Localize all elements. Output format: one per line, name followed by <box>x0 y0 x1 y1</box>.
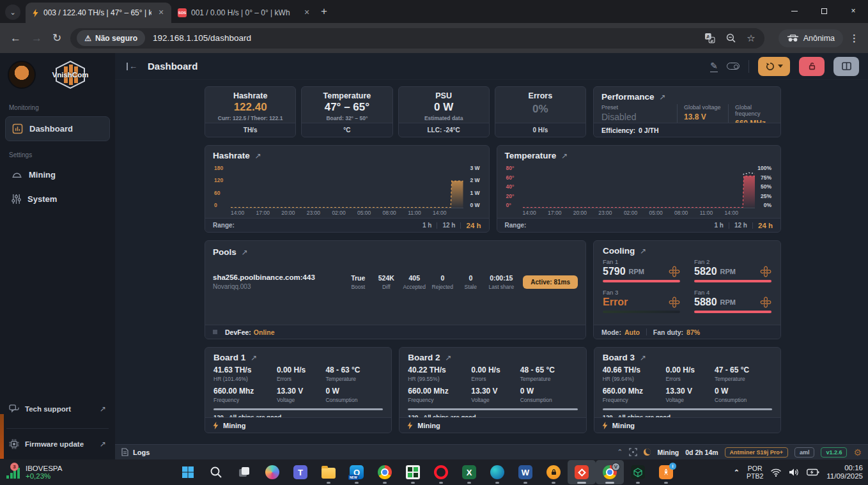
outlook-app[interactable]: ONEW <box>343 460 371 484</box>
language-indicator[interactable]: POR PTB2 <box>747 465 763 480</box>
fan-value: 5790 <box>603 266 626 277</box>
sidebar-item-system[interactable]: System <box>5 187 110 211</box>
url-text[interactable]: 192.168.1.105/dashboard <box>153 33 704 43</box>
tab-search-button[interactable]: ⌄ <box>5 4 20 20</box>
edit-icon[interactable]: ✎ <box>710 61 718 72</box>
bookmark-star-icon[interactable]: ☆ <box>747 33 755 44</box>
teams-app[interactable]: T <box>286 460 314 484</box>
reload-button[interactable]: ↻ <box>52 31 61 45</box>
board-stat-label: Errors <box>277 376 325 382</box>
logs-label[interactable]: Logs <box>133 449 150 456</box>
word-app[interactable]: W <box>511 460 539 484</box>
tab-close-icon[interactable]: × <box>302 8 312 18</box>
volume-icon[interactable] <box>789 468 800 477</box>
pool-accepted-value: 405 <box>400 274 428 282</box>
file-explorer-app[interactable] <box>314 460 343 484</box>
chart-title: Hashrate <box>213 151 250 160</box>
chrome-profile-window[interactable]: V <box>596 460 624 484</box>
tab-miner-003[interactable]: 003 / 122.40 TH/s | 47° – 65° | k × <box>26 3 171 23</box>
tray-chevron-up-icon[interactable]: ⌃ <box>734 468 740 477</box>
clock[interactable]: 00:16 11/09/2025 <box>826 464 863 481</box>
fan-1: Fan 1 5790 RPM <box>603 258 680 282</box>
board-stat-label: HR (99.64%) <box>603 376 666 382</box>
search-button[interactable] <box>202 460 230 484</box>
tick: 20:00 <box>281 210 295 216</box>
pool-rejected-label: Rejected <box>428 284 456 290</box>
fan-label: Fan 3 <box>603 289 680 296</box>
range-option-12h[interactable]: 12 h <box>442 222 455 229</box>
fan-value: 5820 <box>694 266 717 277</box>
new-tab-button[interactable]: + <box>321 5 327 18</box>
temperature-x-axis: 14:00 17:00 20:00 23:00 02:00 05:00 08:0… <box>523 210 739 216</box>
external-link-icon[interactable]: ↗ <box>561 151 568 160</box>
security-app[interactable] <box>539 460 568 484</box>
wifi-icon[interactable] <box>770 468 782 477</box>
external-link-icon[interactable]: ↗ <box>640 247 646 256</box>
maximize-button[interactable] <box>809 0 839 22</box>
range-option-1h[interactable]: 1 h <box>422 222 431 229</box>
battery-charging-icon[interactable] <box>807 468 819 476</box>
toggle-icon[interactable] <box>727 63 740 70</box>
external-link-icon[interactable]: ↗ <box>255 151 261 160</box>
lightning-icon <box>32 9 39 17</box>
translate-icon[interactable]: A <box>704 33 715 43</box>
sidebar-item-dashboard[interactable]: Dashboard <box>5 116 110 141</box>
deploy-app[interactable] <box>568 460 596 484</box>
chips-progress-bar <box>603 408 772 410</box>
external-link-icon[interactable]: ↗ <box>660 93 666 102</box>
zoom-indicator-icon[interactable] <box>725 33 736 43</box>
tick: 17:00 <box>256 210 270 216</box>
external-link-icon[interactable]: ↗ <box>640 353 646 362</box>
incognito-badge[interactable]: Anônima <box>779 29 843 47</box>
external-link-icon[interactable]: ↗ <box>251 353 257 362</box>
chrome-app[interactable] <box>371 460 399 484</box>
external-link-icon[interactable]: ↗ <box>446 353 452 362</box>
launcher-app[interactable]: i <box>652 460 680 484</box>
opera-app[interactable] <box>427 460 455 484</box>
collapse-sidebar-icon[interactable]: ← <box>127 63 137 70</box>
range-option-1h[interactable]: 1 h <box>715 222 724 229</box>
tick: 08:00 <box>674 210 688 216</box>
range-option-12h[interactable]: 12 h <box>734 222 747 229</box>
range-option-24h[interactable]: 24 h <box>466 222 481 229</box>
task-view-icon <box>238 466 251 479</box>
chevron-down-icon: ⌄ <box>10 8 15 17</box>
sidebar-item-firmware-update[interactable]: Firmware update ↗ <box>0 433 115 456</box>
edge-app[interactable] <box>483 460 511 484</box>
stocks-widget[interactable]: 3 IBOVESPA +0,23% <box>0 465 128 480</box>
excel-app[interactable]: X <box>455 460 483 484</box>
forward-button[interactable]: → <box>31 32 42 45</box>
lock-button[interactable] <box>799 57 825 76</box>
board-stat-label: Frequency <box>603 397 666 403</box>
sidebar-item-tech-support[interactable]: Tech support ↗ <box>0 398 115 420</box>
browser-menu-icon[interactable]: ⋮ <box>849 33 859 44</box>
qr-app[interactable] <box>399 460 427 484</box>
range-option-24h[interactable]: 24 h <box>758 222 773 229</box>
cube-app[interactable] <box>624 460 652 484</box>
devfee-expander-icon[interactable] <box>213 330 217 334</box>
search-icon <box>210 466 222 479</box>
pool-worker: Novariqq.003 <box>213 283 344 290</box>
minimize-button[interactable] <box>780 0 809 22</box>
security-chip[interactable]: ⚠ Não seguro <box>77 30 145 46</box>
excel-icon: X <box>462 465 476 479</box>
back-button[interactable]: ← <box>10 32 21 45</box>
stat-value: 0 W <box>399 101 489 114</box>
gear-icon[interactable]: ⚙ <box>853 447 862 458</box>
chevron-up-icon[interactable]: ⌃ <box>617 448 623 456</box>
scan-icon[interactable] <box>629 448 637 456</box>
sidebar-item-mining[interactable]: Mining <box>5 164 110 186</box>
start-button[interactable] <box>174 460 202 484</box>
close-window-button[interactable]: × <box>839 0 868 22</box>
tab-miner-001[interactable]: SOS 001 / 0.00 H/s | 0° – 0° | kWh × <box>171 3 317 23</box>
task-view-button[interactable] <box>230 460 258 484</box>
layout-button[interactable] <box>833 57 859 76</box>
address-bar[interactable]: ⚠ Não seguro 192.168.1.105/dashboard A ☆ <box>70 28 764 49</box>
tab-close-icon[interactable]: × <box>156 8 166 18</box>
tick: 14:00 <box>433 210 446 216</box>
copilot-button[interactable] <box>258 460 286 484</box>
lightning-icon <box>602 422 608 429</box>
lightning-icon <box>213 422 219 429</box>
restart-button[interactable] <box>758 57 790 76</box>
external-link-icon[interactable]: ↗ <box>242 248 248 257</box>
